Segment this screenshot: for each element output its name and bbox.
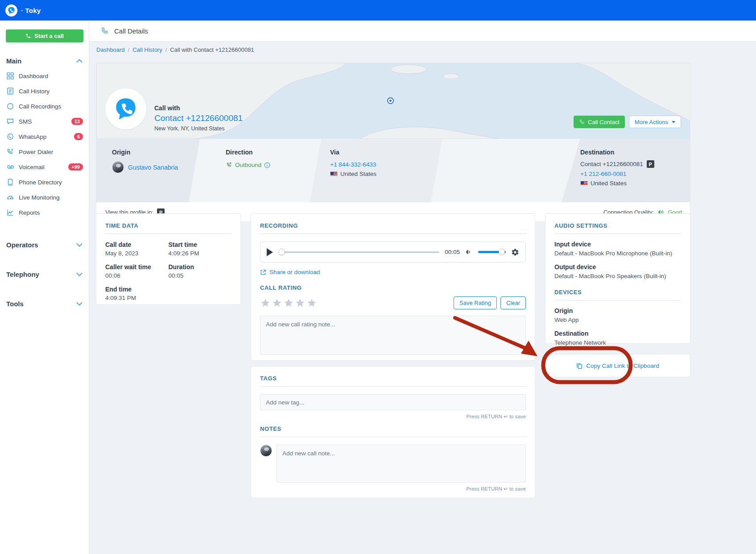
audio-settings-card: AUDIO SETTINGS Input device Default - Ma… xyxy=(545,213,690,344)
input-device-label: Input device xyxy=(554,241,681,248)
recording-time: 00:05 xyxy=(445,249,460,255)
breadcrumb: Dashboard / Call History / Call with Con… xyxy=(89,42,756,58)
recording-title: RECORDING xyxy=(260,222,526,229)
info-icon[interactable] xyxy=(264,162,270,168)
sidebar-item-call-history[interactable]: Call History xyxy=(0,83,89,99)
top-bar: · Toky xyxy=(0,0,756,21)
add-tag-input[interactable] xyxy=(260,394,526,410)
time-data-card: TIME DATA Call date May 8, 2023 Start ti… xyxy=(96,213,241,305)
sidebar-item-phone-directory[interactable]: Phone Directory xyxy=(0,175,89,190)
phone-icon xyxy=(25,33,31,39)
destination-contact: Contact +12126600081 xyxy=(580,161,643,167)
direction-label: Direction xyxy=(226,149,270,156)
call-with-block: Call with Contact +12126600081 New York,… xyxy=(154,104,243,132)
star-icon[interactable] xyxy=(272,298,282,308)
volume-slider[interactable] xyxy=(478,251,506,253)
call-with-label: Call with xyxy=(154,104,243,112)
call-contact-button[interactable]: Call Contact xyxy=(574,116,625,128)
copy-icon xyxy=(576,362,582,369)
field-end-time: End time 4:09:31 PM xyxy=(105,286,169,301)
play-button[interactable] xyxy=(267,248,273,256)
call-banner: Call with Contact +12126600081 New York,… xyxy=(96,62,690,222)
call-route-strip: Origin Gustavo Sanabria Direction Outbou… xyxy=(96,139,690,202)
sidebar-section-telephony[interactable]: Telephony xyxy=(0,269,89,279)
star-icon[interactable] xyxy=(260,298,271,308)
sidebar-item-whatsapp[interactable]: WhatsApp 6 xyxy=(0,129,89,144)
time-data-title: TIME DATA xyxy=(105,222,231,229)
tags-title: TAGS xyxy=(260,375,526,382)
seek-bar[interactable] xyxy=(278,249,439,255)
clear-rating-button[interactable]: Clear xyxy=(500,296,526,309)
sidebar-item-live-monitoring[interactable]: Live Monitoring xyxy=(0,190,89,205)
agent-name-link[interactable]: Gustavo Sanabria xyxy=(128,164,178,171)
phone-icon xyxy=(579,119,585,125)
sidebar: Start a call Main Dashboard Call History… xyxy=(0,21,89,554)
contact-name-link[interactable]: Contact +12126600081 xyxy=(154,113,243,123)
brand-name: · Toky xyxy=(21,7,41,14)
sidebar-section-main[interactable]: Main xyxy=(0,56,89,66)
map-location-marker xyxy=(387,97,394,104)
chevron-down-icon xyxy=(76,272,83,276)
copy-call-link-button[interactable]: Copy Call Link to Clipboard xyxy=(576,362,659,369)
breadcrumb-current: Call with Contact +12126600081 xyxy=(170,46,254,53)
call-history-icon xyxy=(6,87,14,95)
player-settings-gear-icon[interactable] xyxy=(511,248,519,256)
breadcrumb-call-history[interactable]: Call History xyxy=(132,46,162,53)
direction-segment: Direction Outbound xyxy=(226,149,270,168)
devices-title: DEVICES xyxy=(554,289,681,296)
output-device-label: Output device xyxy=(554,263,681,271)
star-icon[interactable] xyxy=(306,298,317,308)
via-number-link[interactable]: +1 844-332-6433 xyxy=(330,161,376,168)
add-note-input[interactable] xyxy=(277,445,526,483)
sidebar-item-sms[interactable]: SMS 13 xyxy=(0,114,89,129)
sidebar-section-operators[interactable]: Operators xyxy=(0,240,89,250)
page-header: Call Details xyxy=(89,21,756,42)
main-content: Call Details Dashboard / Call History / … xyxy=(89,21,756,554)
tags-notes-card: TAGS Press RETURN ↵ to save NOTES Press … xyxy=(251,366,535,498)
caret-down-icon xyxy=(672,121,675,123)
field-start-time: Start time 4:09:26 PM xyxy=(169,241,232,257)
us-flag-icon xyxy=(330,171,338,176)
sms-badge: 13 xyxy=(71,118,83,125)
device-destination-label: Destination xyxy=(554,330,681,337)
toky-logo-icon xyxy=(5,4,17,17)
copy-call-link-card: Copy Call Link to Clipboard xyxy=(545,354,690,377)
direction-value: Outbound xyxy=(235,162,261,168)
share-or-download-link[interactable]: Share or download xyxy=(260,269,320,275)
whatsapp-icon xyxy=(6,133,14,141)
dashboard-icon xyxy=(6,72,14,80)
origin-label: Origin xyxy=(112,149,178,156)
sidebar-item-dashboard[interactable]: Dashboard xyxy=(0,68,89,83)
save-rating-button[interactable]: Save Rating xyxy=(454,296,497,309)
sidebar-item-power-dialer[interactable]: Power Dialer xyxy=(0,144,89,159)
sidebar-section-tools[interactable]: Tools xyxy=(0,299,89,308)
tags-save-hint: Press RETURN ↵ to save xyxy=(260,413,526,420)
volume-icon[interactable] xyxy=(465,249,473,255)
volume-knob[interactable] xyxy=(499,249,505,255)
destination-number-link[interactable]: +1 212-660-0081 xyxy=(580,171,654,177)
star-icon[interactable] xyxy=(283,298,294,308)
user-avatar xyxy=(260,445,272,457)
voicemail-badge: +99 xyxy=(68,163,83,171)
power-dialer-icon xyxy=(6,148,14,156)
sidebar-item-reports[interactable]: Reports xyxy=(0,205,89,220)
audio-player: 00:05 xyxy=(260,242,526,262)
destination-label: Destination xyxy=(580,149,654,156)
sidebar-item-voicemail[interactable]: Voicemail +99 xyxy=(0,159,89,175)
more-actions-button[interactable]: More Actions xyxy=(629,116,681,128)
field-caller-wait-time: Caller wait time 00:06 xyxy=(105,263,169,279)
contact-avatar xyxy=(105,88,146,129)
call-details-phone-icon xyxy=(100,27,109,35)
page-title: Call Details xyxy=(114,27,148,35)
call-rating-note-input[interactable] xyxy=(260,316,526,355)
input-device-value: Default - MacBook Pro Microphone (Built-… xyxy=(554,250,681,257)
device-origin-label: Origin xyxy=(554,307,681,314)
pipedrive-badge[interactable]: P xyxy=(647,160,654,168)
star-icon[interactable] xyxy=(295,298,306,308)
voicemail-icon xyxy=(6,163,14,171)
sidebar-item-call-recordings[interactable]: Call Recordings xyxy=(0,99,89,114)
call-rating-title: CALL RATING xyxy=(260,284,526,291)
chevron-down-icon xyxy=(76,243,83,247)
breadcrumb-dashboard[interactable]: Dashboard xyxy=(96,46,125,53)
start-a-call-button[interactable]: Start a call xyxy=(6,29,83,42)
